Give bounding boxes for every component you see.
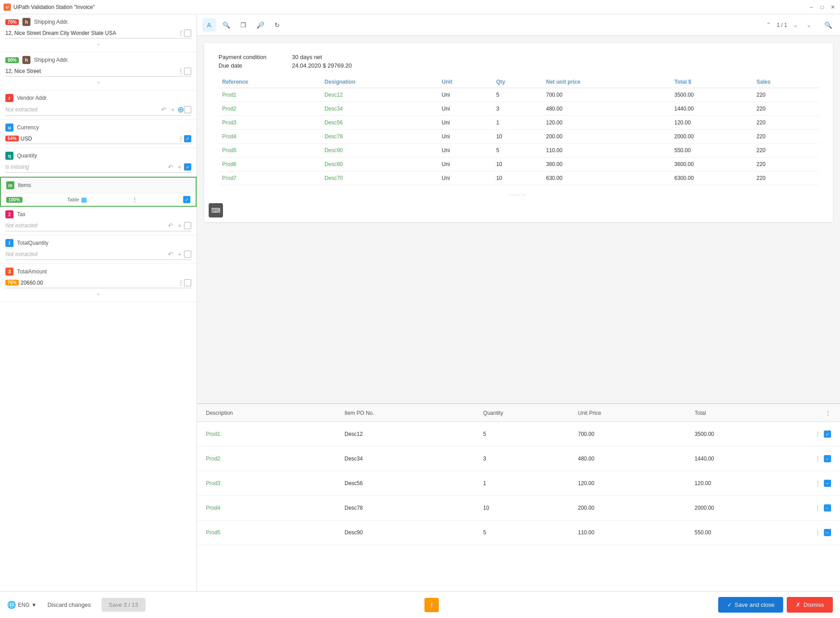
row-check-3[interactable]: −	[824, 504, 831, 511]
dismiss-button[interactable]: ✗ Dismiss	[787, 597, 833, 613]
prev-page-button[interactable]: ⌃	[763, 20, 774, 30]
save-progress-button[interactable]: Save 3 / 13	[102, 598, 146, 612]
cell-total: 550.00	[671, 144, 753, 158]
field-menu-items[interactable]: ⋮	[132, 196, 138, 203]
main-layout: 70% h Shipping Addr. 12, Nice Street Dre…	[0, 14, 840, 591]
refresh-button[interactable]: ↻	[270, 18, 284, 32]
cell-price: 480.00	[542, 102, 671, 116]
invoice-table-row: Prod7 Desc70 Uni 10 630.00 6300.00 220	[219, 171, 819, 185]
cell-item-4: Desc90	[341, 529, 480, 536]
table-row: Prod2 Desc34 3 480.00 1440.00 ⋮ −	[197, 447, 840, 471]
chevron-down-shipping1[interactable]: ⌄	[5, 38, 191, 48]
plus-circle-vendor[interactable]: ⊕	[177, 105, 184, 115]
next-page-button[interactable]: ⌄	[790, 20, 801, 30]
doc-view: Payment condition 30 days net Due date 2…	[197, 36, 840, 403]
cell-sales: 220	[753, 88, 819, 102]
field-value-total-amount: 76% 20660.00 ⋮	[5, 277, 191, 288]
invoice-table-row: Prod5 Desc90 Uni 5 110.00 550.00 220	[219, 144, 819, 158]
chevron-down-shipping2[interactable]: ⌄	[5, 77, 191, 86]
field-checkbox-currency[interactable]: ✓	[184, 135, 191, 142]
row-check-2[interactable]: −	[824, 480, 831, 487]
undo-btn-vendor[interactable]: ↶	[159, 105, 168, 114]
cell-qty-4: 5	[480, 529, 574, 536]
row-check-4[interactable]: −	[824, 529, 831, 536]
cell-total-3: 2000.00	[691, 505, 808, 511]
table-menu-btn[interactable]: ⋮	[825, 409, 831, 417]
zoom-out-button[interactable]: 🔎	[253, 18, 267, 32]
doc-content: Payment condition 30 days net Due date 2…	[204, 43, 833, 222]
maximize-button[interactable]: □	[819, 4, 826, 11]
field-checkbox-items[interactable]: ✓	[183, 196, 190, 203]
cell-desc-1: Prod2	[202, 456, 341, 462]
row-check-1[interactable]: −	[824, 455, 831, 462]
cell-actions-3: ⋮ −	[808, 503, 835, 512]
row-check-0[interactable]: ✓	[824, 430, 831, 438]
row-menu-btn-4[interactable]: ⋮	[813, 528, 822, 537]
field-menu-currency[interactable]: ⋮	[178, 135, 184, 142]
minimize-button[interactable]: –	[808, 4, 815, 11]
field-checkbox-total-amount[interactable]	[184, 279, 191, 286]
close-button[interactable]: ✕	[829, 4, 836, 11]
field-menu-shipping2[interactable]: ⋮	[178, 68, 184, 75]
undo-btn-quantity[interactable]: ↶	[166, 162, 175, 171]
payment-condition-value: 30 days net	[292, 54, 322, 60]
cell-qty: 10	[493, 171, 542, 185]
confidence-badge-shipping2: 90%	[5, 57, 19, 63]
chevron-down-total[interactable]: ⌄	[5, 288, 191, 298]
page-info: 1 / 1	[777, 22, 787, 28]
field-vendor-addr: r Vendor Addr. Not extracted ↶ + ⊕	[0, 90, 197, 120]
divider-handle[interactable]: ⋯⋯⋯	[219, 192, 819, 197]
field-menu-total[interactable]: ⋮	[178, 279, 184, 286]
add-btn-total-qty[interactable]: +	[175, 250, 184, 259]
alert-button[interactable]: !	[424, 598, 439, 612]
cell-qty: 1	[493, 116, 542, 130]
cell-qty-0: 5	[480, 431, 574, 437]
table-view-selector[interactable]: Table ▦	[67, 196, 86, 203]
add-btn-vendor[interactable]: +	[168, 105, 177, 114]
cell-desc: Desc56	[321, 116, 438, 130]
app-icon: U	[4, 4, 11, 11]
row-menu-btn-3[interactable]: ⋮	[813, 503, 822, 512]
add-btn-quantity[interactable]: +	[175, 162, 184, 171]
field-name-total-amount: TotalAmount	[17, 269, 191, 275]
field-checkbox-tax[interactable]	[184, 222, 191, 229]
field-checkbox-shipping2[interactable]	[184, 68, 191, 75]
col-header-description: Description	[202, 410, 341, 416]
language-selector[interactable]: 🌐 ENG ▼	[7, 601, 37, 609]
cell-unit: Uni	[438, 130, 493, 144]
row-menu-btn-2[interactable]: ⋮	[813, 479, 822, 488]
field-menu-shipping1[interactable]: ⋮	[178, 30, 184, 37]
page-dropdown-button[interactable]: ⌄	[803, 20, 814, 30]
zoom-in-button[interactable]: 🔍	[219, 18, 233, 32]
discard-changes-button[interactable]: Discard changes	[42, 599, 96, 611]
add-btn-tax[interactable]: +	[175, 221, 184, 230]
text-tool-button[interactable]: A	[202, 18, 216, 32]
keyboard-button[interactable]: ⌨	[209, 203, 223, 217]
cell-price: 110.00	[542, 144, 671, 158]
items-section: m Items 100% Table ▦ ⋮ ✓	[0, 177, 197, 207]
col-reference: Reference	[219, 76, 321, 88]
expand-button[interactable]: ❐	[236, 18, 250, 32]
row-menu-btn-1[interactable]: ⋮	[813, 454, 822, 463]
cell-desc: Desc90	[321, 144, 438, 158]
field-currency: u Currency 54% USD ⋮ ✓	[0, 120, 197, 148]
field-header-2: 90% h Shipping Addr.	[5, 56, 191, 64]
field-checkbox-shipping1[interactable]	[184, 30, 191, 37]
field-checkbox-vendor[interactable]	[184, 106, 191, 113]
cell-sales: 220	[753, 116, 819, 130]
confidence-badge-shipping1: 70%	[5, 19, 19, 25]
field-badge-u: u	[5, 124, 13, 132]
field-badge-l: l	[5, 239, 13, 247]
field-checkbox-quantity[interactable]: ✓	[184, 163, 191, 170]
row-menu-btn-0[interactable]: ⋮	[813, 430, 822, 439]
cell-price: 630.00	[542, 171, 671, 185]
save-and-close-button[interactable]: ✓ Save and close	[718, 597, 784, 613]
cell-price: 700.00	[542, 88, 671, 102]
field-checkbox-total-qty[interactable]	[184, 251, 191, 258]
col-header-quantity: Quantity	[480, 410, 574, 416]
col-header-item-po: Item PO No.	[341, 410, 480, 416]
page-navigation: ⌃ 1 / 1 ⌄ ⌄	[763, 20, 814, 30]
undo-btn-tax[interactable]: ↶	[166, 221, 175, 230]
search-doc-button[interactable]: 🔍	[821, 18, 835, 32]
undo-btn-total-qty[interactable]: ↶	[166, 250, 175, 259]
